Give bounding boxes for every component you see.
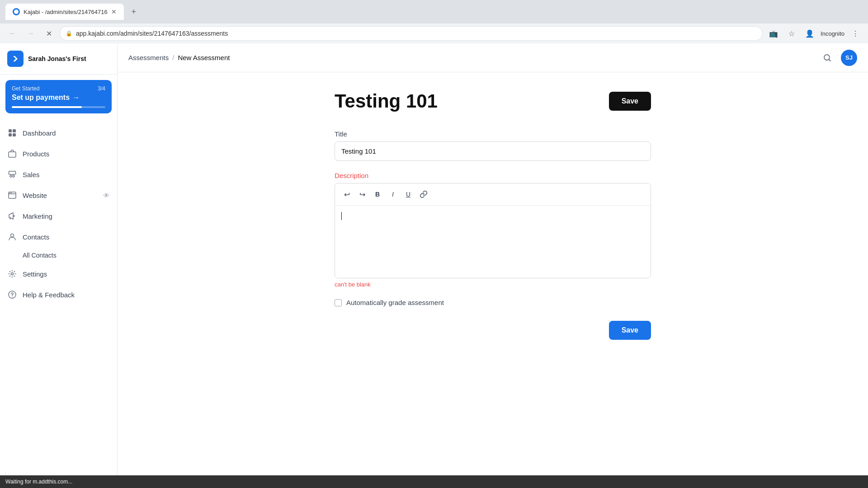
back-button[interactable]: ←	[5, 26, 20, 41]
get-started-banner[interactable]: Get Started 3/4 Set up payments →	[5, 80, 112, 113]
svg-rect-4	[9, 133, 12, 136]
forward-button[interactable]: →	[24, 26, 38, 41]
status-text: Waiting for m.addthis.com...	[5, 479, 72, 485]
profile-icon[interactable]: 👤	[802, 26, 817, 41]
bold-button[interactable]: B	[370, 187, 385, 202]
svg-point-7	[10, 175, 12, 177]
breadcrumb-separator: /	[172, 54, 174, 61]
description-label: Description	[335, 172, 651, 179]
breadcrumb: Assessments / New Assessment	[128, 54, 230, 61]
website-eye-icon: 👁	[103, 192, 110, 199]
products-icon	[7, 149, 17, 159]
sidebar-item-sales[interactable]: Sales	[0, 164, 117, 185]
topbar: Assessments / New Assessment SJ	[118, 43, 868, 72]
description-editor-content[interactable]	[335, 206, 651, 278]
description-field-group: Description ↩ ↪ B I U	[335, 172, 651, 288]
title-label: Title	[335, 130, 651, 138]
settings-icon	[7, 269, 17, 279]
sales-icon	[7, 169, 17, 179]
link-button[interactable]	[416, 187, 431, 202]
svg-point-16	[824, 55, 830, 60]
get-started-label: Get Started	[12, 85, 39, 92]
underline-button[interactable]: U	[401, 187, 415, 202]
form-header: Testing 101 Save	[335, 90, 651, 112]
browser-tab[interactable]: Kajabi - /admin/sites/214764716 ✕	[5, 4, 124, 20]
sidebar-item-settings-label: Settings	[23, 270, 47, 278]
tab-title: Kajabi - /admin/sites/214764716	[24, 9, 108, 15]
sidebar-item-contacts-label: Contacts	[23, 233, 49, 241]
sidebar-item-marketing[interactable]: Marketing	[0, 206, 117, 226]
cast-icon[interactable]: 📺	[766, 26, 781, 41]
sidebar-subitem-all-contacts[interactable]: All Contacts	[0, 247, 117, 263]
favicon-icon	[13, 8, 20, 15]
progress-bar	[12, 106, 105, 108]
content-area: Testing 101 Save Title Description ↩ ↪	[118, 72, 868, 475]
form-page-title: Testing 101	[335, 90, 438, 112]
svg-point-11	[11, 192, 12, 193]
main-content: Assessments / New Assessment SJ Testing …	[118, 43, 868, 475]
svg-rect-3	[13, 129, 16, 132]
close-tab-button[interactable]: ✕	[111, 8, 117, 15]
description-error: can't be blank	[335, 281, 651, 288]
svg-point-13	[11, 273, 14, 275]
sidebar-item-help[interactable]: Help & Feedback	[0, 284, 117, 305]
italic-button[interactable]: I	[386, 187, 400, 202]
search-button[interactable]	[819, 50, 835, 66]
sidebar-item-products-label: Products	[23, 150, 49, 158]
all-contacts-label: All Contacts	[23, 252, 57, 259]
auto-grade-group: Automatically grade assessment	[335, 299, 651, 306]
progress-bar-fill	[12, 106, 82, 108]
svg-point-15	[12, 296, 13, 297]
sidebar-item-website-label: Website	[23, 192, 47, 199]
title-input[interactable]	[335, 141, 651, 161]
help-icon	[7, 290, 17, 300]
save-button-bottom[interactable]: Save	[609, 321, 651, 340]
url-text: app.kajabi.com/admin/sites/2147647163/as…	[76, 30, 228, 37]
sidebar: Sarah Jonas's First Get Started 3/4 Set …	[0, 43, 118, 475]
sidebar-item-dashboard-label: Dashboard	[23, 129, 56, 137]
contacts-icon	[7, 232, 17, 242]
bookmark-icon[interactable]: ☆	[784, 26, 799, 41]
svg-point-12	[11, 234, 14, 237]
sidebar-item-sales-label: Sales	[23, 171, 40, 178]
reload-button[interactable]: ✕	[42, 26, 56, 41]
description-editor: ↩ ↪ B I U	[335, 183, 651, 278]
undo-button[interactable]: ↩	[340, 187, 354, 202]
editor-toolbar: ↩ ↪ B I U	[335, 183, 651, 206]
save-button-top[interactable]: Save	[609, 92, 651, 111]
menu-icon[interactable]: ⋮	[848, 26, 863, 41]
marketing-icon	[7, 211, 17, 221]
incognito-label: Incognito	[821, 30, 844, 37]
svg-point-0	[14, 9, 19, 14]
svg-rect-6	[9, 152, 16, 157]
nav-items: Dashboard Products Sales W	[0, 119, 117, 475]
sidebar-item-settings[interactable]: Settings	[0, 263, 117, 284]
svg-point-10	[9, 192, 10, 193]
breadcrumb-assessments-link[interactable]: Assessments	[128, 54, 169, 61]
svg-rect-2	[9, 129, 12, 132]
site-name: Sarah Jonas's First	[28, 55, 86, 62]
get-started-title: Set up payments	[12, 94, 70, 102]
user-avatar[interactable]: SJ	[841, 50, 857, 66]
address-bar[interactable]: 🔒 app.kajabi.com/admin/sites/2147647163/…	[60, 26, 763, 41]
auto-grade-checkbox[interactable]	[335, 299, 342, 306]
sidebar-item-help-label: Help & Feedback	[23, 291, 75, 299]
get-started-progress: 3/4	[98, 85, 105, 92]
sidebar-item-marketing-label: Marketing	[23, 212, 52, 220]
svg-point-8	[13, 175, 14, 177]
website-icon	[7, 190, 17, 200]
sidebar-item-dashboard[interactable]: Dashboard	[0, 122, 117, 143]
sidebar-item-products[interactable]: Products	[0, 143, 117, 164]
editor-cursor	[341, 212, 342, 220]
svg-rect-5	[13, 133, 16, 136]
status-bar: Waiting for m.addthis.com...	[0, 475, 868, 488]
redo-button[interactable]: ↪	[355, 187, 369, 202]
dashboard-icon	[7, 128, 17, 138]
auto-grade-label[interactable]: Automatically grade assessment	[346, 299, 444, 306]
new-tab-button[interactable]: +	[127, 5, 140, 18]
svg-rect-1	[11, 54, 20, 63]
breadcrumb-current: New Assessment	[178, 54, 230, 61]
sidebar-item-contacts[interactable]: Contacts	[0, 226, 117, 247]
sidebar-item-website[interactable]: Website 👁	[0, 185, 117, 206]
assessment-form: Testing 101 Save Title Description ↩ ↪	[335, 90, 651, 340]
